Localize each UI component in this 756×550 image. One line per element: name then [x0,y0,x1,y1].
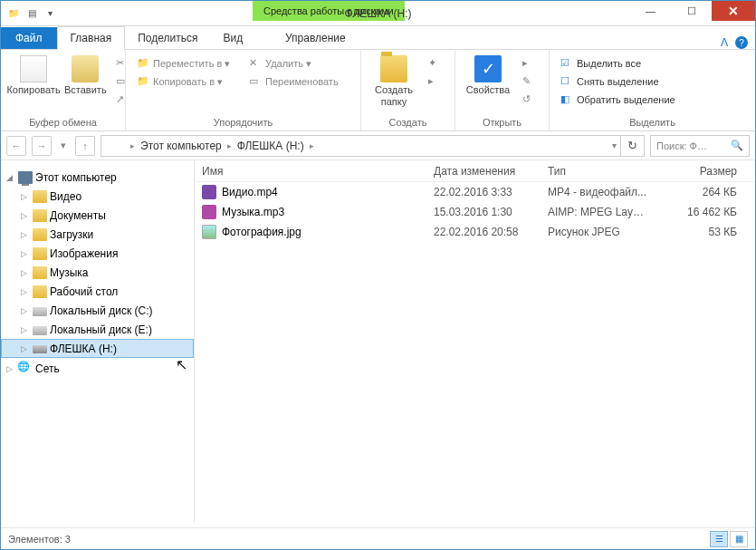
properties-label: Свойства [466,84,510,96]
breadcrumb-computer[interactable]: Этот компьютер [137,138,225,154]
file-name: Музыка.mp3 [216,206,426,218]
tab-home[interactable]: Главная [57,26,126,50]
close-button[interactable]: ✕ [712,1,755,21]
drive-icon [33,307,47,316]
back-button[interactable]: ← [6,136,26,156]
col-type[interactable]: Тип [541,165,647,178]
new-folder-button[interactable]: Создать папку [368,53,419,107]
copy-to-button[interactable]: 📁Копировать в ▾ [133,73,240,90]
breadcrumb-drive[interactable]: ФЛЕШКА (H:) [234,138,308,154]
forward-button[interactable]: → [32,136,52,156]
computer-icon [18,171,33,184]
history-button[interactable]: ↺ [519,92,539,108]
fold-icon [33,247,47,260]
maximize-button[interactable]: ☐ [671,1,712,21]
search-input[interactable]: Поиск: Ф… 🔍 [650,135,750,157]
collapse-icon[interactable]: ◢ [6,173,15,182]
file-row[interactable]: Фотография.jpg22.02.2016 20:58Рисунок JP… [195,222,755,242]
tree-item[interactable]: ▷Локальный диск (C:) [1,301,194,320]
view-details-button[interactable]: ☰ [710,531,728,547]
tab-share[interactable]: Поделиться [125,27,210,49]
tree-label: Документы [50,209,106,222]
address-bar[interactable]: ▸ Этот компьютер ▸ ФЛЕШКА (H:) ▸ ▾ [100,135,621,157]
up-button[interactable]: ↑ [75,136,95,156]
tree-item[interactable]: ▷Документы [1,206,194,225]
tree-item[interactable]: ▷Загрузки [1,225,194,244]
delete-icon: ✕ [249,57,262,70]
tree-this-pc[interactable]: ◢ Этот компьютер [1,168,194,187]
file-row[interactable]: Музыка.mp315.03.2016 1:30AIMP: MPEG Laye… [195,202,755,222]
deselect-button[interactable]: ☐Снять выделение [557,73,679,90]
view-icons-button[interactable]: ▦ [730,531,748,547]
drive-icon [33,326,47,335]
breadcrumb-separator[interactable]: ▸ [227,141,232,150]
title-bar: 📁 ▤ ▾ Средства работы с дисками ФЛЕШКА (… [1,1,755,26]
expand-icon[interactable]: ▷ [21,230,30,239]
expand-icon[interactable]: ▷ [21,325,30,334]
ribbon: Копировать Вставить ✂ ▭ ↗ Буфер обмена 📁… [1,50,755,131]
tree-item[interactable]: ▷Рабочий стол [1,282,194,301]
easy-access-button[interactable]: ▸ [425,73,445,90]
tree-item[interactable]: ▷Локальный диск (E:) [1,320,194,339]
qat-new-folder-icon[interactable]: ▾ [43,6,57,21]
copy-button[interactable]: Копировать [8,53,59,96]
col-size[interactable]: Размер [647,165,755,178]
rename-button[interactable]: ▭Переименовать [245,73,352,90]
edit-icon: ✎ [522,75,535,88]
paste-button[interactable]: Вставить [64,53,107,96]
expand-icon[interactable]: ▷ [21,268,30,277]
file-type: AIMP: MPEG Laye... [541,206,647,218]
tree-network[interactable]: ▷ Сеть [1,359,194,378]
delete-button[interactable]: ✕Удалить ▾ [245,55,352,72]
history-icon: ↺ [522,93,535,106]
expand-icon[interactable]: ▷ [21,249,30,258]
expand-icon[interactable]: ▷ [21,287,30,296]
properties-button[interactable]: ✓ Свойства [463,53,513,96]
tree-item[interactable]: ▷Изображения [1,244,194,263]
file-name: Видио.mp4 [216,186,426,198]
refresh-button[interactable]: ↻ [621,135,645,157]
tree-label: Изображения [50,247,118,260]
address-dropdown[interactable]: ▾ [612,140,617,150]
tab-view[interactable]: Вид [210,27,255,49]
breadcrumb-separator[interactable]: ▸ [310,141,314,150]
tree-label: Видео [50,190,81,203]
properties-icon: ✓ [474,55,502,82]
tab-manage[interactable]: Управление [273,27,359,49]
expand-icon[interactable]: ▷ [21,344,30,353]
tree-label: ФЛЕШКА (H:) [50,343,117,355]
minimize-button[interactable]: — [630,1,671,21]
tab-file[interactable]: Файл [1,27,57,49]
move-to-button[interactable]: 📁Переместить в ▾ [133,55,240,72]
tree-item[interactable]: ▷Музыка [1,263,194,282]
expand-icon[interactable]: ▷ [21,211,30,220]
help-icon[interactable]: ? [735,36,748,49]
drive-icon [105,140,129,152]
minimize-ribbon-icon[interactable]: ᐱ [721,36,728,49]
invert-selection-button[interactable]: ◧Обратить выделение [557,92,679,108]
main-content: ◢ Этот компьютер ▷Видео▷Документы▷Загруз… [1,160,755,523]
tree-item[interactable]: ▷Видео [1,187,194,206]
expand-icon[interactable]: ▷ [6,364,15,373]
network-icon [18,362,33,375]
file-name: Фотография.jpg [216,226,426,238]
group-organize-label: Упорядочить [126,115,360,130]
fold-icon [33,266,47,279]
group-new-label: Создать [361,115,455,130]
file-row[interactable]: Видио.mp422.02.2016 3:33MP4 - видеофайл.… [195,182,755,202]
history-dropdown[interactable]: ▾ [57,136,70,156]
new-folder-icon [380,55,407,82]
expand-icon[interactable]: ▷ [21,306,30,315]
open-button[interactable]: ▸ [519,55,539,72]
edit-button[interactable]: ✎ [519,73,539,90]
new-item-button[interactable]: ✦ [425,55,445,72]
file-date: 22.02.2016 3:33 [426,186,541,198]
qat-properties-icon[interactable]: ▤ [24,6,39,21]
col-date[interactable]: Дата изменения [426,165,541,178]
col-name[interactable]: Имя [195,165,426,178]
tree-item[interactable]: ▷ФЛЕШКА (H:) [1,339,194,358]
breadcrumb-separator[interactable]: ▸ [130,141,135,150]
expand-icon[interactable]: ▷ [21,192,30,201]
select-all-button[interactable]: ☑Выделить все [557,55,679,72]
tree-label: Этот компьютер [35,171,117,184]
